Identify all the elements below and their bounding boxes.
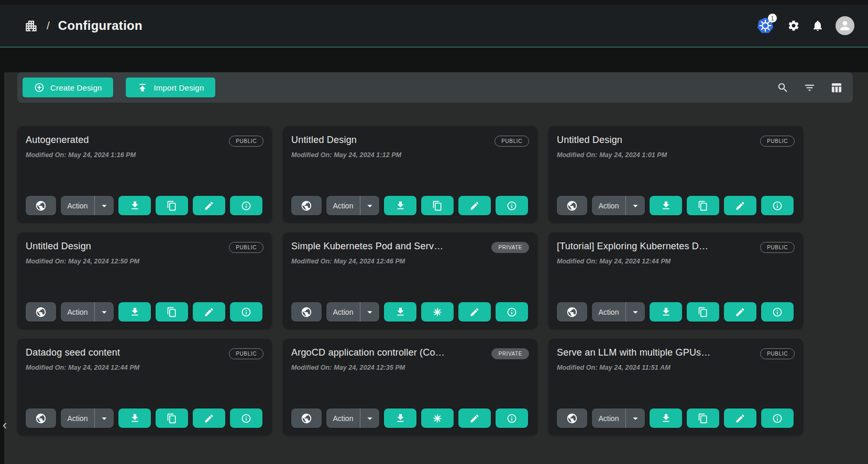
action-split-button[interactable]: Action [326, 196, 379, 215]
visibility-globe-button[interactable] [291, 408, 322, 428]
clone-icon [167, 201, 177, 211]
action-button-label[interactable]: Action [326, 302, 360, 322]
download-button[interactable] [118, 408, 151, 428]
edit-icon [469, 201, 480, 211]
visibility-badge: PUBLIC [760, 136, 795, 147]
action-dropdown-toggle[interactable] [360, 302, 379, 322]
clone-button[interactable] [156, 302, 188, 322]
edit-button[interactable] [193, 196, 225, 215]
download-button[interactable] [384, 196, 416, 215]
download-button[interactable] [384, 302, 416, 322]
action-dropdown-toggle[interactable] [94, 196, 114, 215]
info-button[interactable] [761, 302, 794, 322]
edit-button[interactable] [193, 302, 225, 322]
building-icon[interactable] [24, 19, 38, 33]
info-button[interactable] [230, 196, 262, 215]
action-split-button[interactable]: Action [61, 408, 114, 428]
edit-button[interactable] [724, 196, 756, 215]
clone-button[interactable] [687, 408, 719, 428]
info-button[interactable] [496, 408, 528, 428]
design-title: Untitled Design [26, 241, 91, 252]
action-split-button[interactable]: Action [592, 196, 645, 215]
notifications-button[interactable] [811, 19, 824, 32]
visibility-globe-button[interactable] [26, 196, 56, 215]
visibility-badge: PUBLIC [229, 348, 263, 359]
visibility-globe-button[interactable] [291, 196, 322, 215]
clone-button[interactable] [687, 196, 719, 215]
action-button-label[interactable]: Action [61, 196, 94, 215]
edit-icon [204, 201, 214, 211]
action-button-label[interactable]: Action [326, 196, 360, 215]
download-icon [661, 413, 672, 424]
info-button[interactable] [230, 302, 262, 322]
table-view-button[interactable] [830, 82, 842, 94]
visibility-globe-button[interactable] [557, 196, 587, 215]
visibility-globe-button[interactable] [557, 408, 587, 428]
action-dropdown-toggle[interactable] [94, 408, 114, 428]
info-button[interactable] [496, 196, 528, 215]
caret-down-icon [364, 200, 376, 212]
edit-button[interactable] [458, 302, 491, 322]
action-split-button[interactable]: Action [61, 196, 114, 215]
info-icon [241, 413, 251, 424]
clone-button[interactable] [421, 196, 454, 215]
download-button[interactable] [118, 196, 151, 215]
edit-button[interactable] [724, 302, 756, 322]
action-split-button[interactable]: Action [326, 302, 379, 322]
visibility-globe-button[interactable] [557, 302, 587, 322]
visibility-globe-button[interactable] [26, 408, 56, 428]
visibility-globe-button[interactable] [291, 302, 322, 322]
download-button[interactable] [384, 408, 416, 428]
info-button[interactable] [496, 302, 528, 322]
action-button-label[interactable]: Action [61, 408, 94, 428]
settings-button[interactable] [787, 19, 800, 32]
download-button[interactable] [118, 302, 151, 322]
clone-button[interactable] [421, 408, 454, 428]
action-button-label[interactable]: Action [326, 408, 360, 428]
download-button[interactable] [650, 302, 682, 322]
sidebar-collapse-chevron[interactable]: ‹ [0, 418, 9, 432]
edit-button[interactable] [458, 408, 491, 428]
info-button[interactable] [761, 408, 794, 428]
search-button[interactable] [777, 82, 789, 94]
design-title: ArgoCD application controller (Co… [291, 347, 445, 358]
header-divider [0, 47, 868, 48]
import-design-button[interactable]: Import Design [126, 78, 215, 97]
action-button-label[interactable]: Action [592, 302, 625, 322]
action-dropdown-toggle[interactable] [360, 196, 379, 215]
action-dropdown-toggle[interactable] [94, 302, 114, 322]
download-button[interactable] [650, 408, 682, 428]
action-dropdown-toggle[interactable] [625, 302, 645, 322]
design-title: Autogenerated [26, 135, 89, 146]
edit-button[interactable] [724, 408, 756, 428]
clone-button[interactable] [421, 302, 454, 322]
action-dropdown-toggle[interactable] [625, 196, 645, 215]
clone-button[interactable] [156, 196, 188, 215]
edit-button[interactable] [193, 408, 225, 428]
edit-icon [735, 307, 745, 317]
action-button-label[interactable]: Action [592, 196, 625, 215]
edit-button[interactable] [458, 196, 491, 215]
filter-button[interactable] [804, 82, 816, 94]
action-button-label[interactable]: Action [592, 408, 625, 428]
action-split-button[interactable]: Action [592, 408, 645, 428]
action-dropdown-toggle[interactable] [625, 408, 645, 428]
designs-grid: Autogenerated PUBLIC Modified On: May 24… [17, 126, 803, 435]
action-split-button[interactable]: Action [61, 302, 114, 322]
action-split-button[interactable]: Action [592, 302, 645, 322]
caret-down-icon [364, 306, 376, 318]
action-dropdown-toggle[interactable] [360, 408, 379, 428]
action-button-label[interactable]: Action [61, 302, 94, 322]
kubernetes-context-button[interactable]: 1 [755, 17, 776, 35]
user-avatar[interactable] [836, 16, 854, 35]
download-button[interactable] [650, 196, 682, 215]
create-design-button[interactable]: Create Design [23, 78, 113, 97]
clone-button[interactable] [156, 408, 188, 428]
info-button[interactable] [761, 196, 794, 215]
action-split-button[interactable]: Action [326, 408, 379, 428]
info-button[interactable] [230, 408, 262, 428]
clone-icon [698, 307, 708, 317]
visibility-globe-button[interactable] [26, 302, 56, 322]
clone-button[interactable] [687, 302, 719, 322]
card-actions: Action [557, 302, 795, 322]
